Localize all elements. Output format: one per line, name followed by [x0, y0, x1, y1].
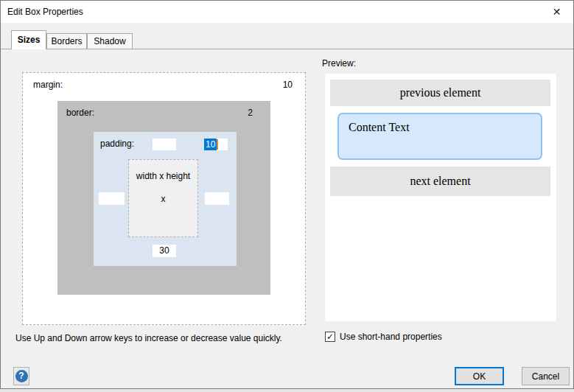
- hint-text: Use Up and Down arrow keys to increase o…: [15, 333, 282, 343]
- edit-box-properties-dialog: Edit Box Properties ✕ Sizes Borders Shad…: [0, 0, 574, 389]
- cancel-button[interactable]: Cancel: [522, 367, 570, 385]
- tab-borders[interactable]: Borders: [46, 33, 87, 49]
- dimension-separator-label: x: [129, 194, 197, 204]
- close-icon: ✕: [553, 6, 561, 18]
- width-height-label: width x height: [129, 171, 197, 181]
- padding-box-diagram: padding: 10 30 width x height x: [94, 132, 237, 266]
- tab-sizes[interactable]: Sizes: [11, 30, 46, 49]
- padding-top-first-field[interactable]: [153, 139, 176, 150]
- text-caret: [217, 139, 218, 150]
- padding-bottom-field[interactable]: 30: [153, 245, 176, 257]
- shorthand-checkbox[interactable]: ✓: [325, 332, 335, 342]
- margin-value-field[interactable]: 10: [283, 80, 293, 90]
- tab-strip-divider: [1, 49, 573, 49]
- preview-panel: previous element Content Text next eleme…: [325, 74, 556, 321]
- content-size-diagram: width x height x: [128, 159, 198, 237]
- border-box-diagram: border: 2 padding: 10 30 width x height …: [57, 101, 270, 295]
- margin-label: margin:: [33, 80, 63, 90]
- next-element-preview: next element: [330, 167, 550, 196]
- selected-text: 10: [204, 139, 217, 150]
- content-text-preview: Content Text: [337, 113, 542, 160]
- titlebar: Edit Box Properties ✕: [1, 1, 573, 23]
- padding-left-field[interactable]: [99, 192, 125, 205]
- padding-label: padding:: [100, 139, 134, 149]
- preview-label: Preview:: [322, 58, 356, 69]
- padding-top-second-field[interactable]: 10: [204, 139, 228, 150]
- shorthand-checkbox-label: Use short-hand properties: [340, 332, 442, 342]
- padding-right-field[interactable]: [205, 192, 229, 205]
- tab-shadow[interactable]: Shadow: [87, 33, 133, 49]
- border-value-field[interactable]: 2: [248, 108, 253, 118]
- shorthand-checkbox-row[interactable]: ✓ Use short-hand properties: [325, 332, 442, 342]
- check-icon: ✓: [326, 332, 334, 341]
- close-button[interactable]: ✕: [540, 1, 573, 23]
- help-icon: ?: [15, 370, 28, 382]
- margin-box-diagram: margin: 10 border: 2 padding: 10 30 widt…: [22, 72, 306, 325]
- ok-button[interactable]: OK: [455, 367, 504, 385]
- dialog-title: Edit Box Properties: [7, 1, 83, 23]
- border-label: border:: [66, 108, 94, 118]
- help-button[interactable]: ?: [13, 367, 29, 385]
- previous-element-preview: previous element: [330, 80, 550, 106]
